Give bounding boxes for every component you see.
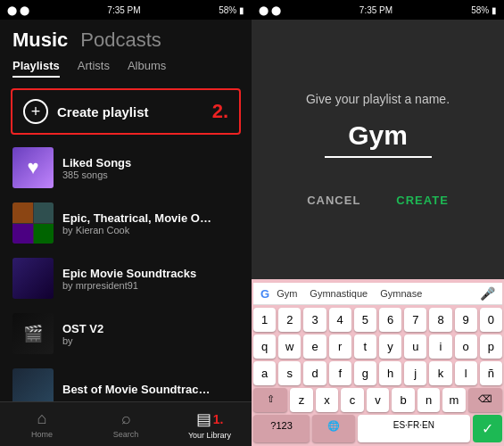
key-o[interactable]: o bbox=[455, 334, 477, 359]
key-e[interactable]: e bbox=[303, 334, 326, 359]
playlist-info: OST V2 by bbox=[62, 322, 239, 346]
dialog-actions: CANCEL CREATE bbox=[307, 194, 449, 207]
key-6[interactable]: 6 bbox=[379, 308, 401, 332]
key-s[interactable]: s bbox=[278, 361, 301, 385]
key-r[interactable]: r bbox=[329, 334, 351, 359]
google-logo: G bbox=[260, 287, 269, 301]
music-tab-header[interactable]: Music bbox=[12, 29, 68, 52]
library-tabs: Playlists Artists Albums bbox=[0, 55, 252, 85]
playlist-subtitle: 385 songs bbox=[62, 169, 239, 180]
key-1[interactable]: 1 bbox=[253, 308, 276, 332]
playlist-subtitle: by mrpresident91 bbox=[62, 280, 239, 291]
cancel-button[interactable]: CANCEL bbox=[307, 194, 360, 207]
key-c[interactable]: c bbox=[341, 388, 364, 412]
key-g[interactable]: g bbox=[354, 361, 376, 385]
key-h[interactable]: h bbox=[379, 361, 401, 385]
list-item[interactable]: Epic, Theatrical, Movie OSTs, b... by Ki… bbox=[0, 195, 252, 251]
key-3[interactable]: 3 bbox=[303, 308, 326, 332]
playlist-info: Epic Movie Soundtracks by mrpresident91 bbox=[62, 267, 239, 291]
playlist-list: ♥ Liked Songs 385 songs Epic, Theatrical… bbox=[0, 140, 252, 401]
key-a[interactable]: a bbox=[253, 361, 276, 385]
list-item[interactable]: Epic Movie Soundtracks by mrpresident91 bbox=[0, 251, 252, 306]
key-q[interactable]: q bbox=[253, 334, 276, 359]
tab-artists[interactable]: Artists bbox=[78, 59, 110, 78]
key-m[interactable]: m bbox=[442, 388, 466, 412]
key-j[interactable]: j bbox=[404, 361, 426, 385]
key-u[interactable]: u bbox=[404, 334, 426, 359]
plus-icon: + bbox=[23, 99, 48, 124]
key-8[interactable]: 8 bbox=[429, 308, 451, 332]
dialog-prompt-text: Give your playlist a name. bbox=[306, 92, 450, 106]
list-item[interactable]: 🎬 OST V2 by bbox=[0, 306, 252, 361]
key-z[interactable]: z bbox=[290, 388, 313, 412]
key-i[interactable]: i bbox=[429, 334, 451, 359]
shift-key[interactable]: ⇧ bbox=[253, 388, 287, 412]
key-2[interactable]: 2 bbox=[278, 308, 301, 332]
key-p[interactable]: p bbox=[480, 334, 502, 359]
nav-home[interactable]: ⌂ Home bbox=[0, 409, 84, 439]
nav-library[interactable]: ▤ 1. Your Library bbox=[168, 409, 252, 440]
nav-search[interactable]: ⌕ Search bbox=[84, 409, 168, 439]
right-status-left: ⬤ ⬤ bbox=[259, 5, 281, 15]
key-n[interactable]: n bbox=[417, 388, 441, 412]
playlist-thumbnail bbox=[12, 368, 54, 401]
key-k[interactable]: k bbox=[429, 361, 451, 385]
key-t[interactable]: t bbox=[354, 334, 376, 359]
playlist-thumbnail bbox=[12, 258, 54, 299]
tab-albums[interactable]: Albums bbox=[128, 59, 166, 78]
key-4[interactable]: 4 bbox=[329, 308, 351, 332]
enter-key[interactable]: ✓ bbox=[473, 415, 502, 442]
playlist-subtitle: by Kieran Cook bbox=[62, 225, 239, 235]
globe-key[interactable]: 🌐 bbox=[312, 415, 354, 442]
key-b[interactable]: b bbox=[392, 388, 415, 412]
left-status-bar: ⬤ ⬤ 7:35 PM 58% ▮ bbox=[0, 0, 252, 20]
input-underline bbox=[325, 156, 432, 158]
tab-playlists[interactable]: Playlists bbox=[12, 59, 60, 78]
create-playlist-button[interactable]: + Create playlist 2. bbox=[11, 88, 241, 135]
keyboard-row-a: a s d f g h j k l ñ bbox=[253, 361, 502, 385]
list-item[interactable]: ♥ Liked Songs 385 songs bbox=[0, 140, 252, 195]
podcasts-tab-header[interactable]: Podcasts bbox=[80, 29, 161, 52]
key-x[interactable]: x bbox=[316, 388, 339, 412]
key-d[interactable]: d bbox=[303, 361, 326, 385]
create-button[interactable]: CREATE bbox=[396, 194, 448, 207]
list-item[interactable]: Best of Movie Soundtracks by... bbox=[0, 361, 252, 401]
liked-songs-thumbnail: ♥ bbox=[12, 147, 54, 188]
key-9[interactable]: 9 bbox=[455, 308, 477, 332]
playlist-title: Liked Songs bbox=[62, 156, 214, 169]
keyboard-row-numbers: 1 2 3 4 5 6 7 8 9 0 bbox=[253, 308, 502, 332]
key-7[interactable]: 7 bbox=[404, 308, 426, 332]
key-w[interactable]: w bbox=[278, 334, 301, 359]
playlist-info: Best of Movie Soundtracks by... bbox=[62, 383, 239, 396]
suggestion-gymnase[interactable]: Gymnase bbox=[380, 288, 422, 299]
playlist-title: Epic Movie Soundtracks bbox=[62, 267, 214, 280]
playlist-info: Epic, Theatrical, Movie OSTs, b... by Ki… bbox=[62, 211, 239, 235]
keyboard-suggestions-bar: G Gym Gymnastique Gymnase 🎤 bbox=[253, 283, 502, 305]
keyboard-row-q: q w e r t y u i o p bbox=[253, 334, 502, 359]
step-1-badge: 1. bbox=[213, 412, 224, 426]
symbols-key[interactable]: ?123 bbox=[253, 415, 310, 442]
library-icon: ▤ bbox=[196, 409, 211, 429]
key-f[interactable]: f bbox=[329, 361, 351, 385]
backspace-key[interactable]: ⌫ bbox=[468, 388, 502, 412]
suggestion-gymnastique[interactable]: Gymnastique bbox=[310, 288, 368, 299]
right-status-right: 58% ▮ bbox=[471, 5, 497, 15]
key-0[interactable]: 0 bbox=[480, 308, 502, 332]
step-2-badge: 2. bbox=[212, 100, 228, 123]
home-icon: ⌂ bbox=[37, 409, 47, 428]
left-status-right: 58% ▮ bbox=[219, 5, 244, 15]
key-y[interactable]: y bbox=[379, 334, 401, 359]
thumb-cell-4 bbox=[34, 224, 54, 244]
key-l[interactable]: l bbox=[455, 361, 477, 385]
thumb-cell-2 bbox=[34, 202, 54, 223]
suggestion-gym[interactable]: Gym bbox=[277, 288, 297, 299]
lang-key[interactable]: ES·FR·EN bbox=[358, 415, 470, 442]
key-n-tilde[interactable]: ñ bbox=[480, 361, 502, 385]
keyboard-bottom-row: ?123 🌐 ES·FR·EN ✓ bbox=[253, 415, 502, 442]
key-v[interactable]: v bbox=[367, 388, 390, 412]
nav-search-label: Search bbox=[113, 430, 139, 439]
playlist-name-input[interactable]: Gym bbox=[348, 120, 408, 151]
key-5[interactable]: 5 bbox=[354, 308, 376, 332]
mic-icon[interactable]: 🎤 bbox=[480, 286, 495, 301]
status-left-icons: ⬤ ⬤ bbox=[7, 5, 29, 15]
